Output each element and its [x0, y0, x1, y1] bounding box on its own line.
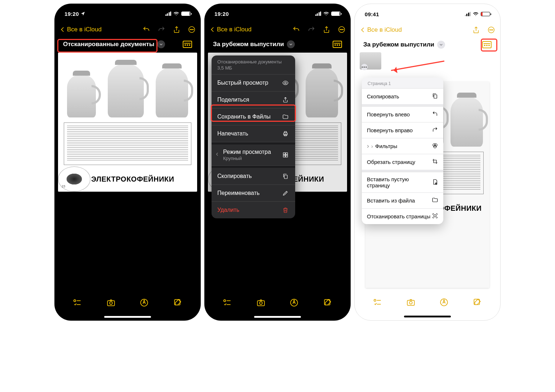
markup-button[interactable] — [139, 298, 149, 307]
menu-copy[interactable]: Скопировать — [212, 168, 295, 185]
share-button[interactable] — [323, 26, 330, 34]
menu-quick-look[interactable]: Быстрый просмотр — [212, 75, 295, 92]
compose-button[interactable] — [323, 298, 332, 307]
camera-button[interactable] — [256, 298, 266, 307]
svg-point-4 — [74, 300, 76, 302]
doc-brand-text: ЭЛЕКТРОКОФЕЙНИКИ — [91, 175, 174, 183]
rotate-left-icon — [432, 111, 438, 118]
title-chevron-button[interactable] — [437, 41, 445, 49]
thumbnail-more-button[interactable]: ••• — [361, 64, 368, 70]
note-title[interactable]: За рубежом выпустили — [363, 41, 434, 48]
camera-button[interactable] — [106, 298, 116, 307]
wifi-icon — [173, 11, 179, 17]
compose-button[interactable] — [472, 298, 482, 307]
blank-page-icon — [432, 179, 438, 186]
svg-point-12 — [343, 29, 343, 30]
battery-icon — [331, 12, 341, 16]
compose-button[interactable] — [173, 298, 182, 307]
checklist-button[interactable] — [223, 298, 232, 307]
menu-copy[interactable]: Скопировать — [362, 88, 443, 104]
cellular-icon — [165, 12, 172, 16]
menu-rotate-right[interactable]: Повернуть вправо — [362, 122, 443, 138]
svg-rect-19 — [283, 155, 285, 157]
battery-icon — [481, 12, 490, 16]
markup-button[interactable] — [439, 298, 449, 307]
menu-crop-page[interactable]: Обрезать страницу — [362, 154, 443, 170]
menu-header: Страница 1 — [362, 77, 443, 88]
more-button[interactable] — [188, 26, 196, 34]
undo-button[interactable] — [292, 26, 300, 34]
svg-point-24 — [259, 302, 262, 304]
title-chevron-button[interactable] — [287, 40, 295, 48]
svg-point-2 — [191, 29, 192, 30]
undo-button[interactable] — [142, 26, 150, 34]
markup-button[interactable] — [289, 298, 299, 307]
svg-point-29 — [491, 30, 492, 30]
menu-scan-pages[interactable]: Отсканировать страницы — [362, 208, 443, 224]
svg-point-3 — [193, 29, 194, 30]
svg-rect-15 — [284, 132, 287, 133]
folder-icon — [281, 113, 289, 121]
grid-icon — [281, 151, 289, 159]
checklist-button[interactable] — [73, 298, 82, 307]
note-title-row: Отсканированные документы — [58, 37, 197, 50]
note-title[interactable]: Отсканированные документы — [63, 41, 154, 48]
home-indicator — [254, 316, 301, 318]
menu-save-to-files[interactable]: Сохранить в Файлы — [212, 108, 295, 125]
menu-rename[interactable]: Переименовать — [212, 185, 295, 202]
cellular-icon — [465, 12, 471, 16]
back-label: Все в iCloud — [367, 26, 402, 34]
printer-icon — [281, 130, 289, 138]
thumbnails-button[interactable] — [333, 41, 342, 48]
back-button[interactable]: Все в iCloud — [360, 26, 402, 34]
svg-point-39 — [409, 301, 412, 304]
svg-rect-31 — [434, 95, 437, 98]
title-chevron-button[interactable] — [157, 40, 165, 48]
scanned-document[interactable]: ЭЛЕКТРОКОФЕЙНИКИ 23 — [58, 53, 197, 192]
share-icon — [281, 96, 289, 104]
camera-button[interactable] — [406, 298, 416, 307]
cup-image — [62, 170, 87, 188]
note-title-row: За рубежом выпустили — [208, 37, 347, 50]
share-button[interactable] — [472, 26, 480, 34]
svg-point-30 — [492, 30, 493, 30]
menu-delete[interactable]: Удалить — [212, 202, 295, 218]
time-text: 09:41 — [365, 11, 379, 17]
home-indicator — [404, 316, 451, 317]
svg-rect-17 — [283, 153, 285, 155]
more-button[interactable] — [487, 26, 495, 34]
menu-rotate-left[interactable]: Повернуть влево — [362, 106, 443, 122]
note-title[interactable]: За рубежом выпустили — [213, 41, 284, 48]
menu-share[interactable]: Поделиться — [212, 92, 295, 108]
status-time: 19:20 — [65, 11, 85, 17]
svg-rect-36 — [434, 215, 436, 217]
checklist-button[interactable] — [373, 298, 382, 307]
svg-point-11 — [341, 29, 342, 30]
page-context-menu: Страница 1 Скопировать Повернуть влево П… — [362, 77, 443, 224]
time-text: 19:20 — [214, 11, 229, 17]
menu-insert-from-file[interactable]: Вставить из файла — [362, 192, 443, 208]
context-menu: Отсканированные документы 3,5 МБ Быстрый… — [212, 55, 295, 218]
svg-rect-14 — [284, 133, 288, 135]
menu-filters[interactable]: › Фильтры — [362, 138, 443, 154]
thumbnails-button[interactable] — [183, 41, 192, 48]
menu-view-mode[interactable]: Режим просмотра Крупный — [212, 144, 295, 166]
back-label: Все в iCloud — [217, 26, 252, 33]
nav-bar: Все в iCloud — [54, 22, 201, 37]
scan-icon — [432, 213, 438, 220]
time-text: 19:20 — [65, 11, 79, 17]
thumbnails-button[interactable] — [482, 41, 492, 48]
location-icon — [80, 11, 85, 16]
page-thumbnail[interactable]: ••• — [360, 52, 381, 70]
svg-point-37 — [374, 299, 376, 301]
more-button[interactable] — [338, 26, 346, 34]
back-button[interactable]: Все в iCloud — [59, 26, 102, 33]
back-button[interactable]: Все в iCloud — [209, 26, 252, 33]
svg-point-13 — [285, 82, 287, 84]
share-button[interactable] — [173, 26, 181, 34]
screen-2: 19:20 Все в iCloud За рубежом выпустили — [204, 4, 351, 321]
menu-print[interactable]: Напечатать — [212, 125, 295, 142]
svg-point-33 — [435, 144, 438, 147]
nav-bar: Все в iCloud — [355, 22, 500, 38]
menu-insert-blank[interactable]: Вставить пустую страницу — [362, 172, 443, 192]
